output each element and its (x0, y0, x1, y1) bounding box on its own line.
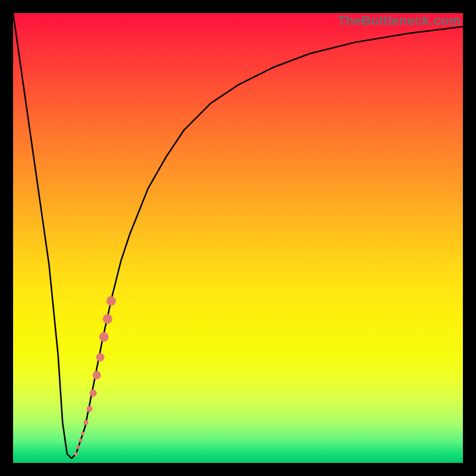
sample-dot (96, 353, 105, 361)
sample-dot (107, 296, 116, 306)
sample-dot (90, 390, 97, 397)
sample-dot (87, 406, 93, 412)
sample-dot (81, 432, 84, 436)
sample-dot (83, 420, 88, 425)
sample-dot (74, 452, 78, 456)
plot-area: TheBottleneck.com (13, 13, 463, 463)
bottleneck-curve (13, 13, 463, 458)
sample-dot (99, 332, 109, 342)
chart-svg (13, 13, 463, 463)
chart-frame: TheBottleneck.com (0, 0, 476, 476)
sample-dot (103, 314, 112, 324)
sample-dot (93, 371, 101, 380)
sample-dot (79, 439, 82, 442)
sample-dot (77, 446, 80, 449)
